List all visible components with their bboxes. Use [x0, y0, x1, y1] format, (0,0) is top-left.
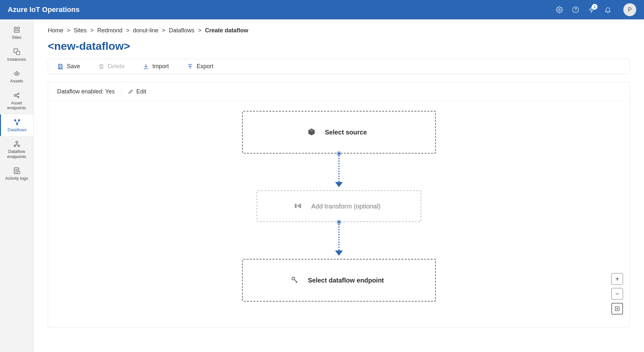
svg-rect-4: [17, 27, 19, 29]
rail-label: Assets: [10, 79, 23, 84]
svg-point-22: [292, 277, 295, 280]
svg-rect-7: [16, 51, 20, 55]
delete-button: Delete: [98, 63, 125, 70]
svg-point-24: [617, 308, 618, 309]
top-actions: 1 P: [556, 3, 636, 16]
export-icon: [187, 63, 193, 70]
import-label: Import: [152, 63, 169, 70]
import-icon: [143, 63, 149, 70]
ringer-badge: 1: [592, 4, 598, 10]
breadcrumb-sep: >: [124, 27, 131, 34]
connector-2: [335, 222, 343, 258]
notifications-icon[interactable]: [604, 6, 612, 14]
canvas-header: Dataflow enabled: Yes Edit: [48, 82, 629, 101]
save-label: Save: [67, 63, 80, 70]
destination-node[interactable]: Select dataflow endpoint: [242, 259, 436, 302]
rail-item-dataflow-endpoints[interactable]: Dataflow endpoints: [0, 136, 33, 163]
rail-label: Dataflows: [7, 127, 26, 133]
help-icon[interactable]: [572, 6, 579, 14]
transform-label: Add transform (optional): [311, 203, 381, 210]
settings-icon[interactable]: [556, 6, 563, 14]
rail-label: Activity logs: [5, 176, 28, 181]
left-rail: Sites Instances Assets Asset endpoints D…: [0, 19, 34, 352]
save-button[interactable]: Save: [57, 63, 80, 70]
zoom-controls: + −: [611, 273, 623, 315]
import-button[interactable]: Import: [143, 63, 169, 70]
zoom-in-button[interactable]: +: [611, 273, 623, 285]
svg-point-0: [558, 9, 560, 11]
ringer-icon[interactable]: 1: [588, 6, 596, 14]
breadcrumb-item[interactable]: donut-line: [133, 27, 158, 34]
svg-rect-3: [14, 27, 16, 29]
rail-item-assets[interactable]: Assets: [0, 66, 33, 88]
transform-icon: [294, 202, 302, 211]
endpoint-icon: [291, 276, 299, 285]
breadcrumb-sep: >: [160, 27, 168, 34]
svg-point-12: [18, 119, 20, 121]
export-label: Export: [197, 63, 213, 70]
zoom-out-button[interactable]: −: [611, 288, 623, 300]
svg-point-9: [18, 93, 19, 94]
toolbar: Save Delete Import Export: [48, 59, 630, 74]
edit-icon: [128, 89, 134, 94]
cube-icon: [307, 128, 316, 137]
zoom-fit-button[interactable]: [611, 303, 623, 315]
rail-item-sites[interactable]: Sites: [0, 22, 33, 44]
avatar[interactable]: P: [623, 3, 636, 16]
svg-point-2: [575, 11, 576, 11]
svg-rect-20: [295, 204, 296, 208]
svg-rect-5: [14, 31, 19, 32]
svg-point-14: [16, 141, 18, 143]
breadcrumb-sep: >: [65, 27, 72, 34]
delete-label: Delete: [108, 63, 125, 70]
rail-item-asset-endpoints[interactable]: Asset endpoints: [0, 88, 33, 114]
rail-label: Instances: [7, 57, 26, 62]
rail-item-instances[interactable]: Instances: [0, 44, 33, 66]
dataflow-canvas[interactable]: Select source Add transform (optional): [48, 101, 629, 321]
canvas-card: Dataflow enabled: Yes Edit Select source: [48, 82, 630, 327]
edit-button[interactable]: Edit: [128, 88, 146, 95]
fit-icon: [615, 306, 620, 311]
source-node[interactable]: Select source: [242, 111, 436, 154]
breadcrumb-sep: >: [88, 27, 96, 34]
breadcrumb-sep: >: [196, 27, 203, 34]
rail-item-dataflows[interactable]: Dataflows: [0, 114, 33, 136]
breadcrumb-current: Create dataflow: [205, 27, 248, 34]
rail-label: Sites: [12, 35, 21, 40]
destination-label: Select dataflow endpoint: [308, 277, 384, 284]
delete-icon: [98, 63, 105, 70]
save-icon: [57, 63, 64, 70]
svg-point-10: [18, 96, 19, 98]
svg-rect-19: [59, 67, 62, 68]
main-content: Home > Sites > Redmond > donut-line > Da…: [34, 19, 644, 352]
breadcrumb-item[interactable]: Dataflows: [169, 27, 194, 34]
edit-label: Edit: [136, 88, 146, 95]
transform-node[interactable]: Add transform (optional): [257, 190, 421, 222]
rail-item-activity-logs[interactable]: Activity logs: [0, 163, 33, 185]
breadcrumb-item[interactable]: Sites: [74, 27, 87, 34]
svg-point-13: [16, 123, 18, 125]
breadcrumb: Home > Sites > Redmond > donut-line > Da…: [48, 27, 630, 34]
enabled-label: Dataflow enabled: Yes: [57, 88, 115, 95]
svg-point-11: [14, 119, 16, 121]
export-button[interactable]: Export: [187, 63, 213, 70]
brand-title: Azure IoT Operations: [8, 5, 556, 14]
source-label: Select source: [325, 129, 367, 136]
divider: [121, 87, 121, 96]
svg-point-8: [14, 94, 16, 96]
top-bar: Azure IoT Operations 1 P: [0, 0, 644, 19]
svg-point-18: [17, 171, 20, 174]
connector-1: [335, 154, 343, 189]
rail-label: Asset endpoints: [2, 101, 32, 111]
breadcrumb-item[interactable]: Home: [48, 27, 63, 34]
breadcrumb-item[interactable]: Redmond: [97, 27, 122, 34]
rail-label: Dataflow endpoints: [2, 149, 32, 159]
page-title: <new-dataflow>: [48, 40, 630, 52]
